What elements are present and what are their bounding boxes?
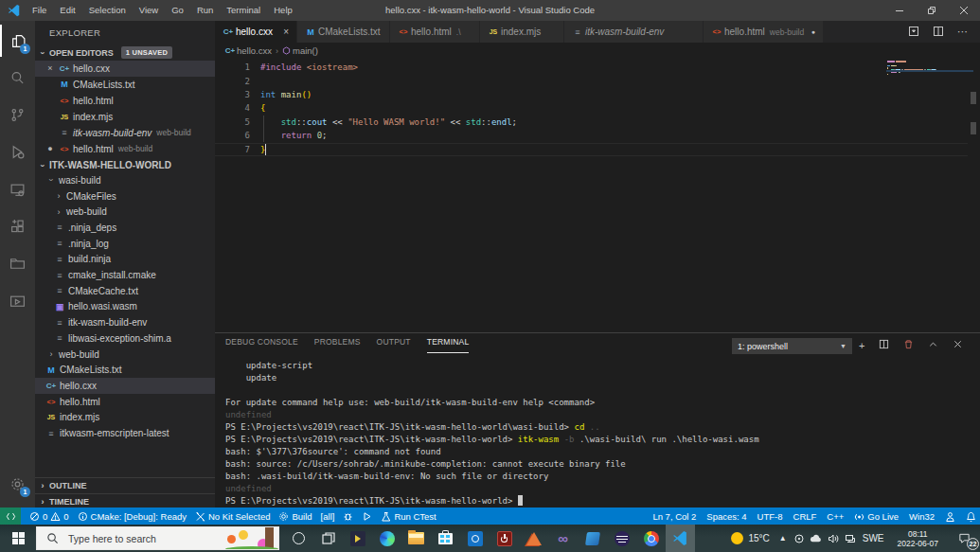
close-icon[interactable]: ×: [277, 27, 289, 37]
activity-settings[interactable]: 1: [0, 468, 35, 500]
remote-indicator[interactable]: [0, 507, 21, 525]
activity-run-debug[interactable]: [0, 136, 35, 169]
workspace-root[interactable]: › ITK-WASM-HELLO-WORLD: [35, 157, 215, 173]
breadcrumb[interactable]: C+ hello.cxx › main(): [215, 43, 980, 59]
tab-itk-wasm-build-env[interactable]: ≡itk-wasm-build-env: [564, 21, 704, 43]
tab-hello.html[interactable]: <>hello.htmlweb-build●: [704, 21, 824, 43]
kill-terminal-icon[interactable]: [903, 338, 914, 354]
activity-search[interactable]: [0, 62, 35, 94]
status-cursor-position[interactable]: Ln 7, Col 2: [652, 511, 696, 522]
status-go-live[interactable]: Go Live: [854, 511, 899, 522]
volume-icon[interactable]: [825, 533, 842, 544]
outline-section[interactable]: › OUTLINE: [35, 477, 215, 493]
tree-item-CMakeCache.txt[interactable]: ≡CMakeCache.txt: [35, 283, 215, 299]
status-build[interactable]: Build: [278, 511, 312, 522]
tab-CMakeLists.txt[interactable]: MCMakeLists.txt: [297, 21, 390, 43]
new-terminal-icon[interactable]: +: [859, 338, 864, 354]
close-icon[interactable]: ×: [45, 63, 55, 73]
status-problems[interactable]: 00: [29, 511, 69, 522]
status-debug-target[interactable]: [343, 511, 353, 522]
network-icon[interactable]: [842, 533, 859, 544]
tree-item-itkwasm-emscripten-latest[interactable]: ≡itkwasm-emscripten-latest: [35, 425, 215, 441]
dirty-dot-icon[interactable]: ●: [806, 28, 815, 35]
split-terminal-icon[interactable]: [879, 338, 889, 354]
menu-edit[interactable]: Edit: [53, 0, 81, 21]
open-editor-hello.html[interactable]: ●<>hello.htmlweb-build: [35, 141, 215, 157]
activity-folder-view[interactable]: [0, 248, 35, 280]
open-editor-hello.html[interactable]: <>hello.html: [35, 93, 215, 109]
taskbar-app-task-view[interactable]: [313, 525, 343, 552]
tab-hello.cxx[interactable]: C+hello.cxx×: [215, 21, 297, 43]
taskbar-app-visual-studio[interactable]: ∞: [548, 525, 578, 552]
menu-go[interactable]: Go: [165, 0, 190, 21]
tree-item-wasi-build[interactable]: ›wasi-build: [35, 172, 215, 188]
taskbar-app-settings-app[interactable]: [460, 525, 490, 552]
activity-remote-explorer[interactable]: [0, 173, 35, 205]
panel-tab-terminal[interactable]: TERMINAL: [427, 337, 470, 353]
tree-item-.ninja_log[interactable]: ≡.ninja_log: [35, 236, 215, 252]
taskbar-app-chrome[interactable]: [636, 525, 666, 552]
open-editor-index.mjs[interactable]: JSindex.mjs: [35, 109, 215, 125]
tree-item-hello.cxx[interactable]: C+hello.cxx: [35, 378, 215, 394]
open-editors-header[interactable]: › OPEN EDITORS 1 UNSAVED: [35, 45, 215, 61]
tree-item-web-build[interactable]: ›web-build: [35, 347, 215, 363]
breadcrumb-file[interactable]: hello.cxx: [237, 45, 272, 56]
taskbar-app-file-explorer[interactable]: [401, 525, 431, 552]
tree-item-index.mjs[interactable]: JSindex.mjs: [35, 410, 215, 426]
tree-item-itk-wasm-build-env[interactable]: ≡itk-wasm-build-env: [35, 314, 215, 330]
hidden-icons-chevron[interactable]: ▲: [775, 534, 791, 543]
taskbar-app-eclipse[interactable]: [607, 525, 636, 552]
taskbar-app-edge[interactable]: [372, 525, 401, 552]
breadcrumb-symbol[interactable]: main(): [293, 45, 318, 56]
taskbar-app-matlab[interactable]: [519, 525, 548, 552]
tray-app-icon[interactable]: [791, 533, 808, 544]
status-cmake-status[interactable]: CMake: [Debug]: Ready: [78, 511, 187, 522]
status-indentation[interactable]: Spaces: 4: [706, 511, 746, 522]
taskbar-app-store[interactable]: [431, 525, 460, 552]
taskbar-app-cortana[interactable]: [284, 525, 313, 552]
status-platform[interactable]: Win32: [909, 511, 935, 522]
close-button[interactable]: [948, 0, 980, 21]
tab-hello.html[interactable]: <>hello.html.\: [390, 21, 480, 43]
keyboard-language[interactable]: SWE: [863, 533, 884, 543]
tab-index.mjs[interactable]: JSindex.mjs: [480, 21, 564, 43]
notification-center[interactable]: 22: [948, 525, 980, 552]
status-notifications[interactable]: [966, 511, 976, 522]
menu-view[interactable]: View: [133, 0, 165, 21]
weather-temp[interactable]: 15°C: [748, 533, 769, 543]
start-button[interactable]: [0, 525, 36, 552]
activity-explorer[interactable]: 1: [0, 25, 35, 57]
split-editor-icon[interactable]: [933, 24, 944, 41]
tree-item-CMakeLists.txt[interactable]: MCMakeLists.txt: [35, 362, 215, 378]
taskbar-search[interactable]: Type here to search: [36, 526, 279, 550]
tree-item-hello.wasi.wasm[interactable]: ▣hello.wasi.wasm: [35, 299, 215, 315]
open-editor-CMakeLists.txt[interactable]: MCMakeLists.txt: [35, 77, 215, 93]
tree-item-web-build[interactable]: ›web-build: [35, 204, 215, 220]
activity-preview[interactable]: [0, 285, 35, 317]
run-below-icon[interactable]: [908, 24, 919, 41]
taskbar-app-vscode[interactable]: [666, 525, 695, 552]
status-language-mode[interactable]: C++: [827, 511, 844, 522]
onedrive-icon[interactable]: [808, 534, 825, 543]
activity-extensions[interactable]: [0, 211, 35, 243]
taskbar-clock[interactable]: 08:11 2022-06-07: [898, 529, 938, 548]
menu-selection[interactable]: Selection: [82, 0, 133, 21]
close-panel-icon[interactable]: [953, 338, 963, 354]
tree-item-cmake_install.cmake[interactable]: ≡cmake_install.cmake: [35, 267, 215, 283]
status-encoding[interactable]: UTF-8: [757, 511, 783, 522]
restore-button[interactable]: [916, 0, 948, 21]
panel-tab-output[interactable]: OUTPUT: [377, 337, 411, 353]
status-ctest[interactable]: Run CTest: [381, 511, 436, 522]
menu-terminal[interactable]: Terminal: [220, 0, 267, 21]
dirty-dot-icon[interactable]: ●: [45, 144, 55, 153]
tree-item-CMakeFiles[interactable]: ›CMakeFiles: [35, 188, 215, 205]
tree-item-.ninja_deps[interactable]: ≡.ninja_deps: [35, 220, 215, 236]
status-eol[interactable]: CRLF: [793, 511, 817, 522]
menu-run[interactable]: Run: [190, 0, 220, 21]
maximize-panel-icon[interactable]: [928, 338, 938, 354]
panel-tab-problems[interactable]: PROBLEMS: [314, 337, 361, 353]
menu-help[interactable]: Help: [267, 0, 299, 21]
open-editor-itk-wasm-build-env[interactable]: ≡itk-wasm-build-envweb-build: [35, 125, 215, 141]
activity-source-control[interactable]: [0, 99, 35, 132]
open-editor-hello.cxx[interactable]: ×C+hello.cxx: [35, 61, 215, 77]
